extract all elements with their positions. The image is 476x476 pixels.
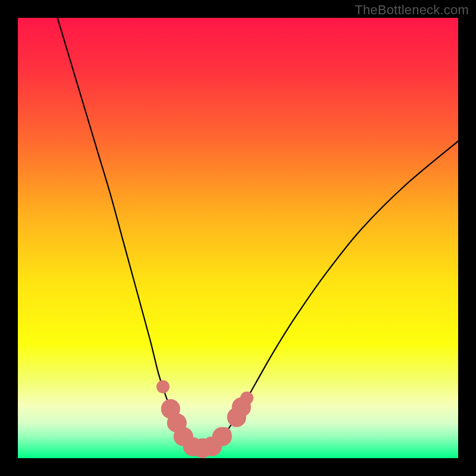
data-marker — [156, 380, 170, 393]
watermark-text: TheBottleneck.com — [355, 2, 469, 18]
marker-layer — [18, 18, 458, 458]
plot-area — [18, 18, 458, 458]
chart-frame: TheBottleneck.com — [0, 0, 476, 476]
data-marker — [240, 392, 253, 405]
